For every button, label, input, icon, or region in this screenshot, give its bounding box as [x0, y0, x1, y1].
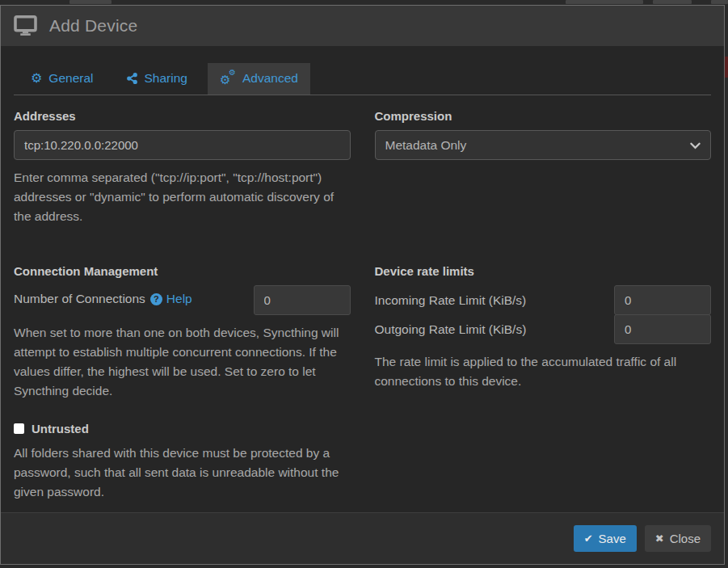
tab-advanced[interactable]: ⚙ ⚙ Advanced: [208, 63, 310, 95]
background-text-fragment: [711, 0, 728, 4]
rate-limits-help-text: The rate limit is applied to the accumul…: [375, 352, 712, 391]
addresses-label: Addresses: [14, 109, 351, 123]
add-device-dialog: Add Device ⚙ General Sharing: [0, 5, 725, 565]
dialog-header: Add Device: [1, 6, 724, 47]
times-icon: ✖: [655, 532, 664, 545]
rate-limits-label: Device rate limits: [375, 264, 712, 278]
tab-sharing-label: Sharing: [145, 71, 187, 86]
untrusted-label: Untrusted: [32, 422, 89, 435]
outgoing-rate-label: Outgoing Rate Limit (KiB/s): [375, 322, 527, 337]
help-link-label: Help: [166, 292, 192, 306]
chevron-down-icon: [690, 138, 701, 153]
num-connections-label-row: Number of Connections ? Help: [14, 285, 192, 306]
question-circle-icon: ?: [150, 293, 162, 305]
outgoing-rate-input[interactable]: [614, 314, 711, 344]
form-row-bottom: Connection Management Number of Connecti…: [14, 250, 711, 502]
share-icon: [126, 72, 138, 85]
check-icon: ✔: [584, 532, 593, 545]
connection-management-label: Connection Management: [14, 264, 351, 278]
untrusted-row: Untrusted: [14, 422, 351, 435]
form-row-top: Addresses Enter comma separated ("tcp://…: [14, 95, 711, 226]
compression-label: Compression: [375, 109, 712, 123]
compression-select[interactable]: Metadata Only: [375, 130, 712, 160]
gear-icon: ⚙: [31, 72, 42, 85]
num-connections-label: Number of Connections: [14, 292, 145, 306]
save-button-label: Save: [599, 532, 626, 545]
untrusted-checkbox[interactable]: [14, 423, 24, 434]
dialog-title: Add Device: [49, 16, 137, 36]
addresses-help-text: Enter comma separated ("tcp://ip:port", …: [14, 168, 351, 226]
tab-general-label: General: [48, 71, 93, 86]
gears-icon: ⚙ ⚙: [220, 72, 236, 85]
tab-bar: ⚙ General Sharing ⚙ ⚙: [14, 63, 711, 95]
save-button[interactable]: ✔ Save: [574, 525, 637, 552]
compression-selected-value: Metadata Only: [385, 138, 467, 153]
background-red-element: [725, 57, 728, 78]
tab-general[interactable]: ⚙ General: [19, 63, 106, 95]
close-button-label: Close: [670, 532, 701, 545]
dialog-footer: ✔ Save ✖ Close: [1, 512, 724, 564]
num-connections-input[interactable]: [254, 285, 351, 315]
monitor-icon: [14, 15, 37, 36]
tab-advanced-label: Advanced: [242, 71, 298, 86]
background-text-fragment: [566, 0, 643, 4]
background-text-fragment: [69, 0, 112, 4]
connection-management-help-text: When set to more than one on both device…: [14, 323, 351, 401]
connections-help-link[interactable]: ? Help: [150, 292, 192, 306]
dialog-body: ⚙ General Sharing ⚙ ⚙: [1, 47, 724, 512]
close-button[interactable]: ✖ Close: [645, 525, 711, 552]
incoming-rate-label: Incoming Rate Limit (KiB/s): [375, 293, 527, 308]
background-text-fragment: [653, 0, 692, 4]
incoming-rate-input[interactable]: [614, 285, 711, 315]
addresses-input[interactable]: [14, 130, 351, 160]
tab-sharing[interactable]: Sharing: [114, 63, 200, 95]
untrusted-help-text: All folders shared with this device must…: [14, 444, 351, 502]
